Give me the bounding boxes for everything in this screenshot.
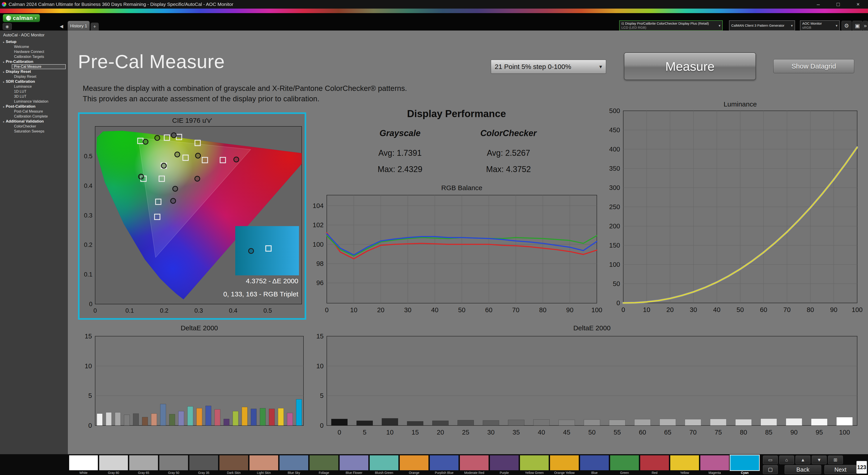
pattern-source-dropdown[interactable]: CalMAN Client 3 Pattern Generator ▾ — [729, 20, 795, 31]
sidebar-item-3d-lut[interactable]: 3D LUT — [12, 94, 66, 99]
patch-label: White — [80, 471, 88, 475]
sidebar-section-sdr-calibration[interactable]: ▸SDR Calibration — [0, 79, 68, 84]
sidebar-section-setup[interactable]: ▸Setup — [0, 39, 68, 44]
patch-orange[interactable]: Orange — [399, 455, 429, 475]
patch-purple[interactable]: Purple — [489, 455, 519, 475]
svg-text:20: 20 — [437, 429, 444, 436]
svg-text:98: 98 — [316, 260, 323, 267]
back-button[interactable]: Back — [785, 465, 821, 474]
patch-green[interactable]: Green — [610, 455, 640, 475]
svg-text:102: 102 — [313, 221, 323, 229]
next-button[interactable]: Next — [825, 465, 857, 474]
patch-label: Red — [652, 471, 658, 475]
sidebar-item-luminance[interactable]: Luminance — [12, 84, 66, 89]
patch-cyan[interactable]: Cyan — [730, 455, 760, 475]
display-dropdown[interactable]: AOC Monitor sRGB ▾ — [800, 20, 840, 31]
page-description-line2: This provides an accurate assessment of … — [83, 94, 319, 103]
session-button[interactable]: ◉ — [3, 23, 12, 30]
footer-display-button[interactable]: ▭ — [763, 455, 778, 464]
patch-label: Purple — [500, 471, 509, 475]
app-icon — [2, 2, 6, 6]
tab-history-1[interactable]: History 1 — [68, 21, 90, 31]
footer-arrow-up-button[interactable]: ▲ — [796, 455, 810, 464]
collapse-sidebar-button[interactable]: ◀ — [57, 23, 66, 29]
svg-text:80: 80 — [539, 306, 547, 314]
cie-tooltip-rgb-triplet: 0, 133, 163 - RGB Triplet — [223, 290, 298, 298]
sidebar-item-pre-cal-measure[interactable]: Pre-Cal Measure — [12, 64, 66, 69]
display-name: AOC Monitor — [802, 22, 834, 26]
svg-text:60: 60 — [760, 306, 767, 313]
sidebar-item-calibration-targets[interactable]: Calibration Targets — [12, 54, 66, 59]
patch-label: Green — [620, 471, 629, 475]
svg-text:15: 15 — [85, 334, 92, 340]
sidebar-item-1d-lut[interactable]: 1D LUT — [12, 89, 66, 94]
tree-expander-icon: ▸ — [3, 106, 4, 108]
patch-moderate-red[interactable]: Moderate Red — [459, 455, 489, 475]
sidebar-item-calibration-complete[interactable]: Calibration Complete — [12, 114, 66, 119]
svg-text:5: 5 — [363, 429, 367, 436]
svg-text:50: 50 — [613, 280, 620, 287]
show-datagrid-button[interactable]: Show Datagrid — [773, 59, 854, 73]
measurement-points-dropdown[interactable]: 21 Point 5% step 0-100% ▾ — [491, 60, 606, 74]
footer-home-button[interactable]: ⌂ — [779, 455, 794, 464]
colorchecker-avg: Avg: 2.5267 — [463, 148, 554, 158]
page-description-line1: Measure the display with a combination o… — [83, 84, 407, 93]
pattern-window-button[interactable]: ▢ — [763, 465, 778, 474]
patch-gray-80[interactable]: Gray 80 — [98, 455, 129, 475]
colorchecker-column-label: ColorChecker — [463, 128, 554, 138]
footer-grid-button[interactable]: ⊞ — [828, 455, 843, 464]
minimize-button[interactable]: – — [808, 0, 828, 8]
tree-expander-icon: ▸ — [3, 81, 4, 83]
patch-gray-35[interactable]: Gray 35 — [189, 455, 219, 475]
sidebar-item-luminance-validation[interactable]: Luminance Validation — [12, 99, 66, 104]
svg-text:5: 5 — [320, 392, 323, 399]
layout-settings-button[interactable]: ▣ — [852, 21, 862, 31]
patch-blue-sky[interactable]: Blue Sky — [279, 455, 309, 475]
patch-swatch-foliage — [310, 455, 338, 470]
expand-right-button[interactable]: » — [863, 21, 868, 31]
close-button[interactable]: × — [848, 0, 868, 8]
svg-text:10: 10 — [643, 306, 650, 313]
patch-gray-50[interactable]: Gray 50 — [159, 455, 189, 475]
patch-swatch-moderate-red — [460, 455, 489, 470]
patch-blue-flower[interactable]: Blue Flower — [339, 455, 369, 475]
settings-gear-button[interactable]: ⚙ — [842, 21, 851, 31]
display-dropdown-text: AOC Monitor sRGB — [802, 22, 834, 30]
sidebar-section-additional-validation[interactable]: ▸Additional Validation — [0, 119, 68, 124]
svg-text:30: 30 — [404, 306, 411, 314]
patch-magenta[interactable]: Magenta — [700, 455, 730, 475]
patch-light-skin[interactable]: Light Skin — [249, 455, 279, 475]
measure-button[interactable]: Measure — [624, 53, 756, 80]
sidebar-item-saturation-sweeps[interactable]: Saturation Sweeps — [12, 129, 66, 134]
patch-purplish-blue[interactable]: Purplish Blue — [429, 455, 459, 475]
patch-orange-yellow[interactable]: Orange Yellow — [549, 455, 580, 475]
patch-white[interactable]: White — [68, 455, 98, 475]
maximize-button[interactable]: □ — [828, 0, 848, 8]
sidebar-section-display-reset[interactable]: ▸Display Reset — [0, 69, 68, 74]
pattern-counter: 123 — [857, 461, 867, 474]
patch-dark-skin[interactable]: Dark Skin — [219, 455, 249, 475]
meter-dropdown[interactable]: i1 Display Pro/Calibrite ColorChecker Di… — [619, 20, 723, 31]
sidebar-item-post-cal-measure[interactable]: Post-Cal Measure — [12, 109, 66, 114]
patch-bluish-green[interactable]: Bluish Green — [369, 455, 399, 475]
patch-blue[interactable]: Blue — [580, 455, 610, 475]
patch-yellow[interactable]: Yellow — [670, 455, 700, 475]
patch-swatch-gray-80 — [99, 455, 128, 470]
patch-yellow-green[interactable]: Yellow Green — [519, 455, 549, 475]
sidebar-section-pre-calibration[interactable]: ▸Pre-Calibration — [0, 59, 68, 64]
svg-text:20: 20 — [377, 306, 384, 314]
sidebar-item-display-reset[interactable]: Display Reset — [12, 74, 66, 79]
new-tab-button[interactable]: + — [91, 23, 99, 31]
patch-gray-65[interactable]: Gray 65 — [129, 455, 159, 475]
patch-red[interactable]: Red — [640, 455, 670, 475]
patch-swatch-gray-35 — [189, 455, 218, 470]
patch-foliage[interactable]: Foliage — [309, 455, 339, 475]
sidebar-item-welcome[interactable]: Welcome — [12, 44, 66, 49]
grayscale-max: Max: 2.4329 — [355, 165, 445, 174]
sidebar-section-post-calibration[interactable]: ▸Post-Calibration — [0, 104, 68, 109]
sidebar-item-colorchecker[interactable]: ColorChecker — [12, 124, 66, 129]
sidebar-item-hardware-connect[interactable]: Hardware Connect — [12, 49, 66, 54]
calman-logo-menu[interactable]: calman ▾ — [3, 14, 40, 22]
patch-label: Gray 35 — [198, 471, 210, 475]
footer-arrow-down-button[interactable]: ▼ — [812, 455, 827, 464]
